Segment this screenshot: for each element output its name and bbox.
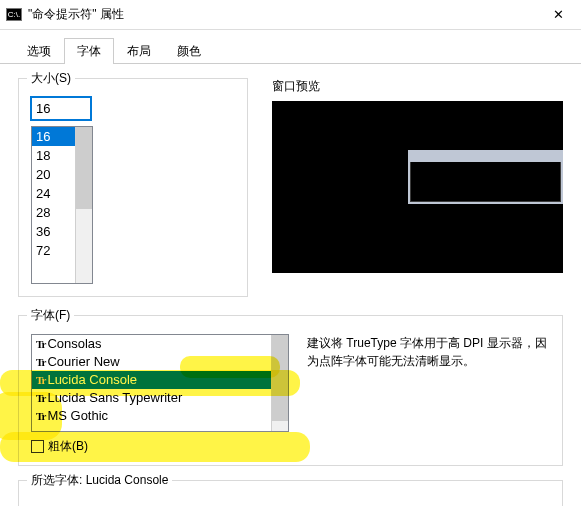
size-option[interactable]: 20 [32,165,75,184]
font-scrollbar[interactable] [271,335,288,431]
size-option[interactable]: 36 [32,222,75,241]
size-scrollbar[interactable] [75,127,92,283]
preview-section: 窗口预览 [272,78,563,297]
size-option[interactable]: 72 [32,241,75,260]
font-option-label: Lucida Sans Typewriter [47,389,182,407]
title-bar: C:\. "命令提示符" 属性 ✕ [0,0,581,30]
font-option-label: Lucida Console [47,371,137,389]
font-option[interactable]: TrMS Gothic [32,407,271,425]
close-button[interactable]: ✕ [536,0,581,29]
bold-checkbox[interactable] [31,440,44,453]
bold-label: 粗体(B) [48,438,88,455]
font-option[interactable]: TrConsolas [32,335,271,353]
font-option[interactable]: TrLucida Sans Typewriter [32,389,271,407]
selected-font-group: 所选字体: Lucida Console [18,480,563,506]
size-option[interactable]: 28 [32,203,75,222]
font-group-label: 字体(F) [27,307,74,324]
bold-row: 粗体(B) [31,438,550,455]
size-group: 大小(S) 16 18 20 24 28 36 72 [18,78,248,297]
window-title: "命令提示符" 属性 [28,6,124,23]
font-hint: 建议将 TrueType 字体用于高 DPI 显示器，因为点阵字体可能无法清晰显… [307,334,550,432]
truetype-icon: Tr [36,335,45,353]
size-list[interactable]: 16 18 20 24 28 36 72 [31,126,93,284]
size-label: 大小(S) [27,70,75,87]
size-option[interactable]: 24 [32,184,75,203]
tab-colors[interactable]: 颜色 [164,38,214,64]
font-list[interactable]: TrConsolas TrCourier New TrLucida Consol… [31,334,289,432]
selected-font-label: 所选字体: Lucida Console [27,472,172,489]
font-option-label: Courier New [47,353,119,371]
tab-bar: 选项 字体 布局 颜色 [0,30,581,64]
font-option-label: MS Gothic [47,407,108,425]
size-option[interactable]: 18 [32,146,75,165]
font-option[interactable]: TrCourier New [32,353,271,371]
truetype-icon: Tr [36,407,45,425]
preview-inner-window [408,150,563,204]
font-option-label: Consolas [47,335,101,353]
preview-label: 窗口预览 [272,78,563,95]
truetype-icon: Tr [36,389,45,407]
cmd-icon: C:\. [6,8,22,21]
font-option[interactable]: TrLucida Console [32,371,271,389]
window-preview [272,101,563,273]
size-input[interactable] [31,97,91,120]
size-option[interactable]: 16 [32,127,75,146]
truetype-icon: Tr [36,371,45,389]
tab-options[interactable]: 选项 [14,38,64,64]
font-group: 字体(F) TrConsolas TrCourier New TrLucida … [18,315,563,466]
tab-layout[interactable]: 布局 [114,38,164,64]
truetype-icon: Tr [36,353,45,371]
tab-font[interactable]: 字体 [64,38,114,64]
